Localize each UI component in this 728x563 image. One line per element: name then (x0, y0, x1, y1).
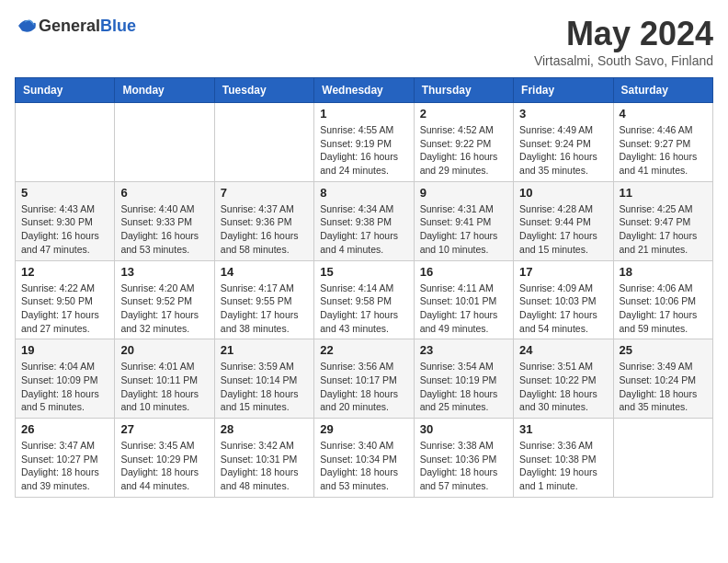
day-cell: 21Sunrise: 3:59 AMSunset: 10:14 PMDaylig… (214, 339, 313, 419)
day-cell: 29Sunrise: 3:40 AMSunset: 10:34 PMDaylig… (314, 419, 414, 498)
day-cell: 14Sunrise: 4:17 AMSunset: 9:55 PMDayligh… (214, 260, 313, 339)
day-info: Sunrise: 3:59 AMSunset: 10:14 PMDaylight… (221, 360, 308, 414)
day-cell (214, 103, 313, 182)
day-info: Sunrise: 3:47 AMSunset: 10:27 PMDaylight… (21, 439, 108, 493)
day-number: 16 (420, 265, 507, 279)
day-cell: 27Sunrise: 3:45 AMSunset: 10:29 PMDaylig… (115, 419, 214, 498)
day-cell: 4Sunrise: 4:46 AMSunset: 9:27 PMDaylight… (613, 103, 712, 182)
location: Virtasalmi, South Savo, Finland (534, 53, 713, 68)
logo-icon (15, 15, 37, 37)
header-monday: Monday (115, 78, 214, 103)
day-info: Sunrise: 3:54 AMSunset: 10:19 PMDaylight… (420, 360, 507, 414)
day-info: Sunrise: 4:52 AMSunset: 9:22 PMDaylight:… (420, 123, 507, 178)
logo: GeneralBlue (15, 15, 136, 37)
day-info: Sunrise: 4:55 AMSunset: 9:19 PMDaylight:… (320, 123, 407, 178)
day-info: Sunrise: 4:22 AMSunset: 9:50 PMDaylight:… (21, 282, 108, 336)
day-cell: 1Sunrise: 4:55 AMSunset: 9:19 PMDaylight… (314, 103, 414, 182)
day-cell: 16Sunrise: 4:11 AMSunset: 10:01 PMDaylig… (414, 260, 513, 339)
day-number: 25 (620, 343, 707, 357)
day-info: Sunrise: 3:49 AMSunset: 10:24 PMDaylight… (620, 360, 707, 414)
page-header: GeneralBlue May 2024 Virtasalmi, South S… (15, 15, 713, 68)
logo-text-general: General (39, 17, 100, 35)
day-cell: 30Sunrise: 3:38 AMSunset: 10:36 PMDaylig… (414, 419, 513, 498)
day-info: Sunrise: 4:49 AMSunset: 9:24 PMDaylight:… (519, 123, 607, 178)
day-info: Sunrise: 4:20 AMSunset: 9:52 PMDaylight:… (120, 282, 208, 336)
day-cell: 10Sunrise: 4:28 AMSunset: 9:44 PMDayligh… (514, 181, 613, 260)
day-info: Sunrise: 4:37 AMSunset: 9:36 PMDaylight:… (221, 202, 308, 257)
day-number: 3 (519, 107, 607, 121)
month-title: May 2024 (534, 15, 713, 53)
week-row-3: 12Sunrise: 4:22 AMSunset: 9:50 PMDayligh… (16, 260, 713, 339)
header-friday: Friday (514, 78, 613, 103)
day-info: Sunrise: 4:40 AMSunset: 9:33 PMDaylight:… (120, 202, 208, 257)
day-info: Sunrise: 3:42 AMSunset: 10:31 PMDaylight… (221, 439, 308, 493)
day-number: 1 (320, 107, 407, 121)
day-cell: 22Sunrise: 3:56 AMSunset: 10:17 PMDaylig… (314, 339, 414, 419)
day-cell (115, 103, 214, 182)
day-info: Sunrise: 4:14 AMSunset: 9:58 PMDaylight:… (320, 282, 407, 336)
day-cell: 25Sunrise: 3:49 AMSunset: 10:24 PMDaylig… (613, 339, 712, 419)
day-cell: 3Sunrise: 4:49 AMSunset: 9:24 PMDaylight… (514, 103, 613, 182)
day-number: 2 (420, 107, 507, 121)
day-number: 13 (120, 265, 208, 279)
day-number: 7 (221, 186, 308, 200)
day-cell: 19Sunrise: 4:04 AMSunset: 10:09 PMDaylig… (16, 339, 115, 419)
day-number: 4 (620, 107, 707, 121)
day-cell: 13Sunrise: 4:20 AMSunset: 9:52 PMDayligh… (115, 260, 214, 339)
day-cell: 2Sunrise: 4:52 AMSunset: 9:22 PMDaylight… (414, 103, 513, 182)
day-info: Sunrise: 4:28 AMSunset: 9:44 PMDaylight:… (519, 202, 607, 257)
day-cell: 8Sunrise: 4:34 AMSunset: 9:38 PMDaylight… (314, 181, 414, 260)
day-info: Sunrise: 4:25 AMSunset: 9:47 PMDaylight:… (620, 202, 707, 257)
day-cell: 15Sunrise: 4:14 AMSunset: 9:58 PMDayligh… (314, 260, 414, 339)
day-info: Sunrise: 4:34 AMSunset: 9:38 PMDaylight:… (320, 202, 407, 257)
day-cell: 31Sunrise: 3:36 AMSunset: 10:38 PMDaylig… (514, 419, 613, 498)
day-number: 20 (120, 343, 208, 357)
day-number: 27 (120, 422, 208, 436)
header-wednesday: Wednesday (314, 78, 414, 103)
calendar-table: SundayMondayTuesdayWednesdayThursdayFrid… (15, 77, 713, 498)
title-block: May 2024 Virtasalmi, South Savo, Finland (534, 15, 713, 68)
day-info: Sunrise: 4:31 AMSunset: 9:41 PMDaylight:… (420, 202, 507, 257)
day-info: Sunrise: 3:45 AMSunset: 10:29 PMDaylight… (120, 439, 208, 493)
day-number: 22 (320, 343, 407, 357)
day-info: Sunrise: 3:38 AMSunset: 10:36 PMDaylight… (420, 439, 507, 493)
day-info: Sunrise: 3:51 AMSunset: 10:22 PMDaylight… (519, 360, 607, 414)
day-info: Sunrise: 4:43 AMSunset: 9:30 PMDaylight:… (21, 202, 108, 257)
day-number: 29 (320, 422, 407, 436)
day-number: 24 (519, 343, 607, 357)
week-row-1: 1Sunrise: 4:55 AMSunset: 9:19 PMDaylight… (16, 103, 713, 182)
day-number: 30 (420, 422, 507, 436)
day-cell: 5Sunrise: 4:43 AMSunset: 9:30 PMDaylight… (16, 181, 115, 260)
day-info: Sunrise: 4:11 AMSunset: 10:01 PMDaylight… (420, 282, 507, 336)
day-cell: 6Sunrise: 4:40 AMSunset: 9:33 PMDaylight… (115, 181, 214, 260)
day-info: Sunrise: 3:40 AMSunset: 10:34 PMDaylight… (320, 439, 407, 493)
day-cell: 26Sunrise: 3:47 AMSunset: 10:27 PMDaylig… (16, 419, 115, 498)
day-cell: 28Sunrise: 3:42 AMSunset: 10:31 PMDaylig… (214, 419, 313, 498)
day-number: 15 (320, 265, 407, 279)
day-number: 10 (519, 186, 607, 200)
week-row-5: 26Sunrise: 3:47 AMSunset: 10:27 PMDaylig… (16, 419, 713, 498)
header-sunday: Sunday (16, 78, 115, 103)
day-info: Sunrise: 4:09 AMSunset: 10:03 PMDaylight… (519, 282, 607, 336)
day-cell: 7Sunrise: 4:37 AMSunset: 9:36 PMDaylight… (214, 181, 313, 260)
header-saturday: Saturday (613, 78, 712, 103)
day-cell: 11Sunrise: 4:25 AMSunset: 9:47 PMDayligh… (613, 181, 712, 260)
day-number: 19 (21, 343, 108, 357)
day-cell: 9Sunrise: 4:31 AMSunset: 9:41 PMDaylight… (414, 181, 513, 260)
day-number: 17 (519, 265, 607, 279)
calendar-header-row: SundayMondayTuesdayWednesdayThursdayFrid… (16, 78, 713, 103)
day-number: 26 (21, 422, 108, 436)
day-number: 18 (620, 265, 707, 279)
day-cell: 23Sunrise: 3:54 AMSunset: 10:19 PMDaylig… (414, 339, 513, 419)
week-row-2: 5Sunrise: 4:43 AMSunset: 9:30 PMDaylight… (16, 181, 713, 260)
day-info: Sunrise: 3:36 AMSunset: 10:38 PMDaylight… (519, 439, 607, 493)
day-cell: 12Sunrise: 4:22 AMSunset: 9:50 PMDayligh… (16, 260, 115, 339)
day-number: 23 (420, 343, 507, 357)
day-number: 11 (620, 186, 707, 200)
day-cell: 20Sunrise: 4:01 AMSunset: 10:11 PMDaylig… (115, 339, 214, 419)
day-info: Sunrise: 4:17 AMSunset: 9:55 PMDaylight:… (221, 282, 308, 336)
day-info: Sunrise: 4:46 AMSunset: 9:27 PMDaylight:… (620, 123, 707, 178)
day-cell: 18Sunrise: 4:06 AMSunset: 10:06 PMDaylig… (613, 260, 712, 339)
day-number: 12 (21, 265, 108, 279)
day-number: 28 (221, 422, 308, 436)
